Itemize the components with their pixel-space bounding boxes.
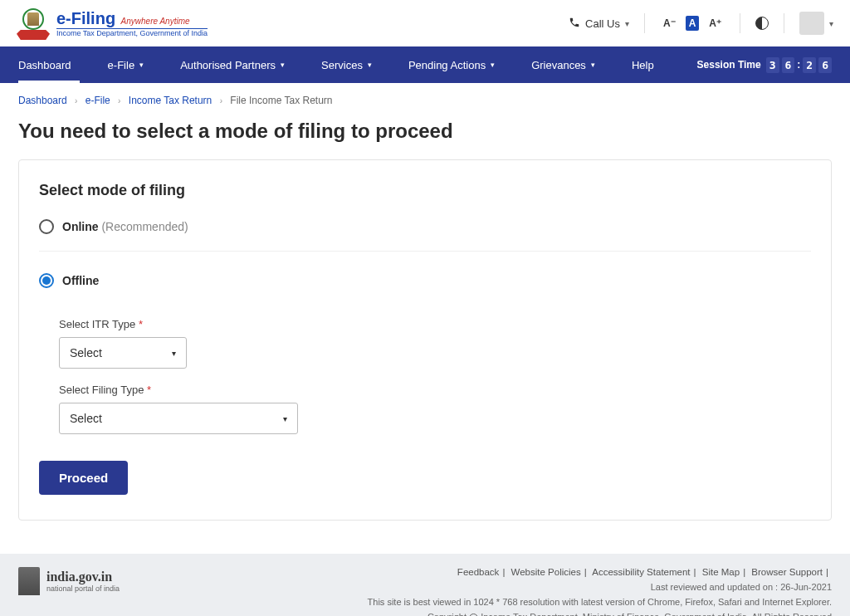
filing-mode-card: Select mode of filing Online (Recommende…: [18, 159, 832, 521]
radio-icon: [39, 219, 54, 234]
header-top: e-Filing Anywhere Anytime Income Tax Dep…: [0, 0, 850, 46]
phone-icon: [569, 17, 580, 31]
divider: [644, 13, 645, 33]
chevron-right-icon: ›: [75, 96, 77, 105]
radio-online[interactable]: Online (Recommended): [39, 216, 811, 249]
itr-type-value: Select: [70, 346, 102, 359]
timer-digit: 6: [818, 57, 832, 73]
chevron-down-icon: ▾: [591, 61, 595, 69]
logo-main: e-Filing: [56, 9, 115, 27]
footer-link-browser[interactable]: Browser Support: [751, 567, 823, 577]
timer-digit: 6: [782, 57, 795, 73]
nav-help[interactable]: Help: [613, 46, 672, 83]
footer-updated: Last reviewed and updated on : 26-Jun-20…: [368, 582, 832, 592]
emblem-icon: [18, 567, 40, 595]
header-right: Call Us ▾ A⁻ A A⁺ ▾: [569, 12, 833, 35]
call-us-label: Call Us: [585, 17, 620, 30]
chevron-down-icon: ▾: [829, 19, 833, 28]
page-title: You need to select a mode of filing to p…: [0, 115, 850, 159]
contrast-toggle-icon[interactable]: [755, 17, 769, 30]
breadcrumb-efile[interactable]: e-File: [85, 95, 110, 106]
nav-efile[interactable]: e-File▾: [90, 46, 163, 83]
nav-authorised-partners[interactable]: Authorised Partners▾: [162, 46, 303, 83]
breadcrumb: Dashboard › e-File › Income Tax Return ›…: [0, 83, 850, 115]
required-asterisk: *: [147, 384, 151, 396]
nav-services[interactable]: Services▾: [303, 46, 390, 83]
footer-link-feedback[interactable]: Feedback: [457, 567, 500, 577]
chevron-down-icon: ▾: [139, 61, 144, 69]
radio-offline-label: Offline: [62, 274, 99, 287]
breadcrumb-dashboard[interactable]: Dashboard: [18, 95, 67, 106]
timer-digit: 2: [803, 57, 816, 73]
chevron-down-icon: ▾: [491, 61, 495, 69]
logo-subtitle: Income Tax Department, Government of Ind…: [56, 28, 208, 38]
footer-link-sitemap[interactable]: Site Map: [702, 567, 740, 577]
divider: [39, 251, 811, 252]
session-label: Session Time: [697, 59, 761, 71]
logo[interactable]: e-Filing Anywhere Anytime Income Tax Dep…: [17, 7, 208, 40]
call-us-dropdown[interactable]: Call Us ▾: [569, 17, 629, 31]
proceed-button[interactable]: Proceed: [39, 461, 128, 495]
itr-type-label: Select ITR Type *: [59, 318, 811, 330]
avatar: [799, 12, 824, 35]
logo-tagline: Anywhere Anytime: [121, 17, 190, 26]
radio-online-label: Online: [62, 220, 99, 233]
chevron-down-icon: ▾: [281, 61, 285, 69]
footer-logo[interactable]: india.gov.in national portal of india: [18, 567, 120, 595]
caret-down-icon: ▾: [283, 414, 287, 423]
font-increase-button[interactable]: A⁺: [706, 16, 725, 31]
chevron-down-icon: ▾: [368, 61, 372, 69]
user-menu[interactable]: ▾: [799, 12, 833, 35]
required-asterisk: *: [139, 318, 143, 330]
breadcrumb-itr[interactable]: Income Tax Return: [129, 95, 212, 106]
timer-colon: :: [797, 59, 800, 71]
font-size-controls: A⁻ A A⁺: [660, 16, 725, 31]
chevron-right-icon: ›: [118, 96, 120, 105]
breadcrumb-current: File Income Tax Return: [230, 95, 332, 106]
filing-type-label: Select Filing Type *: [59, 384, 811, 396]
divider: [784, 13, 784, 33]
chevron-right-icon: ›: [220, 96, 222, 105]
footer-links: Feedback| Website Policies| Accessibilit…: [368, 567, 832, 616]
filing-type-select[interactable]: Select ▾: [59, 403, 298, 434]
footer-viewed: This site is best viewed in 1024 * 768 r…: [368, 597, 832, 607]
emblem-icon: [17, 7, 50, 40]
main-nav: Dashboard e-File▾ Authorised Partners▾ S…: [0, 46, 850, 83]
footer-copyright: Copyright c Income Tax Department, Minis…: [368, 612, 832, 616]
caret-down-icon: ▾: [172, 349, 176, 358]
footer-portal-name: india.gov.in: [46, 569, 120, 584]
font-default-button[interactable]: A: [686, 16, 700, 31]
radio-online-hint: (Recommended): [101, 220, 188, 233]
card-title: Select mode of filing: [39, 182, 811, 199]
itr-type-select[interactable]: Select ▾: [59, 337, 187, 369]
footer: india.gov.in national portal of india Fe…: [0, 554, 850, 616]
timer-digit: 3: [766, 57, 779, 73]
filing-type-value: Select: [70, 412, 102, 425]
copyright-icon: c: [469, 614, 478, 616]
nav-grievances[interactable]: Grievances▾: [513, 46, 613, 83]
nav-dashboard[interactable]: Dashboard: [18, 46, 90, 83]
itr-type-group: Select ITR Type * Select ▾: [59, 318, 811, 369]
font-decrease-button[interactable]: A⁻: [660, 16, 679, 31]
footer-portal-sub: national portal of india: [46, 584, 120, 594]
footer-link-policies[interactable]: Website Policies: [511, 567, 581, 577]
filing-type-group: Select Filing Type * Select ▾: [59, 384, 811, 434]
radio-offline[interactable]: Offline: [39, 270, 811, 303]
radio-icon: [39, 273, 54, 288]
session-timer: Session Time 3 6 : 2 6: [697, 57, 832, 73]
chevron-down-icon: ▾: [625, 19, 629, 28]
nav-pending-actions[interactable]: Pending Actions▾: [390, 46, 513, 83]
divider: [740, 13, 740, 33]
footer-link-accessibility[interactable]: Accessibility Statement: [592, 567, 690, 577]
logo-text: e-Filing Anywhere Anytime Income Tax Dep…: [56, 9, 208, 38]
